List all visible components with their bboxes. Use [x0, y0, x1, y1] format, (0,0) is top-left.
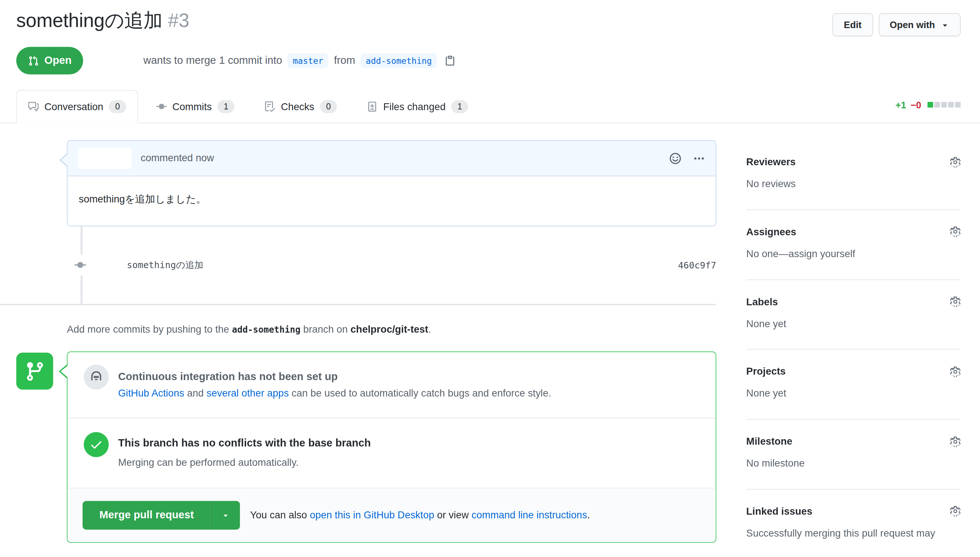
also-post: . — [587, 510, 590, 520]
hubot-icon — [89, 370, 103, 384]
linked-issues-body: Successfully merging this pull request m… — [746, 527, 960, 540]
check-icon — [89, 438, 103, 451]
merge-status-box: Continuous integration has not been set … — [67, 351, 716, 543]
git-branch-badge — [16, 353, 53, 389]
pr-meta-row: Open wants to merge 1 commit into master… — [16, 47, 960, 75]
clipboard-icon — [444, 55, 456, 67]
comment-author-redacted — [78, 148, 131, 169]
github-desktop-link[interactable]: open this in GitHub Desktop — [310, 510, 435, 520]
tab-conversation-label: Conversation — [44, 101, 104, 112]
command-line-link[interactable]: command line instructions — [471, 510, 587, 520]
sidebar-section-reviewers: Reviewers No reviews — [746, 140, 960, 210]
comment-discussion-icon — [28, 101, 39, 112]
status-badge-open: Open — [16, 47, 83, 75]
smiley-reaction-icon[interactable] — [670, 152, 681, 164]
merge-meta-text: wants to merge 1 commit into master from… — [143, 53, 455, 68]
sidebar-section-linked-issues: Linked issues Successfully merging this … — [746, 490, 960, 557]
tab-conversation-count: 0 — [109, 100, 126, 113]
tab-commits[interactable]: Commits 1 — [145, 90, 247, 123]
linked-issues-heading: Linked issues — [746, 506, 812, 517]
edit-button-label: Edit — [844, 20, 862, 30]
file-diff-icon — [367, 101, 378, 112]
merge-alternatives-text: You can also open this in GitHub Desktop… — [250, 510, 590, 521]
edit-button[interactable]: Edit — [833, 13, 873, 36]
discussion-timeline: commented now somethingを追加しました。 somethin… — [0, 140, 717, 557]
commit-message[interactable]: somethingの追加 — [127, 259, 203, 271]
chevron-down-icon — [941, 20, 949, 29]
sidebar-section-assignees: Assignees No one—assign yourself — [746, 210, 960, 280]
commit-timeline: somethingの追加 460c9f7 — [0, 226, 717, 304]
tab-conversation[interactable]: Conversation 0 — [16, 90, 138, 123]
gear-icon[interactable] — [950, 296, 960, 307]
pr-page: somethingの追加 #3 Edit Open with Open want… — [0, 0, 980, 557]
open-with-button[interactable]: Open with — [878, 13, 960, 36]
base-branch-label[interactable]: master — [288, 53, 328, 68]
hubot-avatar — [84, 365, 109, 389]
ci-status-title: Continuous integration has not been set … — [118, 371, 551, 383]
check-badge — [84, 432, 109, 458]
diffstat-additions: +1 — [895, 99, 906, 110]
head-branch-label[interactable]: add-something — [361, 53, 437, 68]
ci-and-word: and — [187, 388, 204, 398]
tab-files-changed[interactable]: Files changed 1 — [355, 90, 480, 123]
ci-status-section: Continuous integration has not been set … — [67, 352, 716, 418]
pr-sidebar: Reviewers No reviews Assignees No one—as… — [746, 140, 960, 557]
pr-tabs-bar: Conversation 0 Commits 1 Checks 0 Files … — [0, 90, 980, 123]
merge-status-area: Continuous integration has not been set … — [0, 351, 717, 543]
mergeability-title: This branch has no conflicts with the ba… — [118, 437, 371, 450]
tab-files-changed-count: 1 — [451, 100, 468, 113]
github-actions-link[interactable]: GitHub Actions — [118, 388, 184, 398]
labels-body: None yet — [746, 318, 960, 331]
tab-files-changed-label: Files changed — [383, 101, 445, 112]
gear-icon[interactable] — [950, 506, 960, 517]
sidebar-section-projects: Projects None yet — [746, 350, 960, 420]
mergeability-subtitle: Merging can be performed automatically. — [118, 457, 371, 468]
milestone-heading: Milestone — [746, 436, 793, 447]
projects-body: None yet — [746, 388, 960, 401]
page-title: somethingの追加 #3 — [16, 9, 190, 33]
diffstat-block-green — [928, 102, 933, 107]
tab-checks-count: 0 — [320, 100, 337, 113]
other-apps-link[interactable]: several other apps — [206, 388, 289, 398]
pr-number: #3 — [168, 10, 189, 31]
pr-title-text: somethingの追加 — [16, 10, 163, 31]
gear-icon[interactable] — [950, 156, 960, 167]
push-hint-text: Add more commits by pushing to the add-s… — [67, 324, 716, 335]
labels-heading: Labels — [746, 296, 778, 308]
gear-icon[interactable] — [950, 436, 960, 447]
merge-meta-prefix: wants to merge 1 commit into — [143, 54, 282, 67]
commit-sha[interactable]: 460c9f7 — [678, 260, 717, 270]
mergeability-section: This branch has no conflicts with the ba… — [67, 418, 716, 484]
diffstat-block-gray — [948, 102, 954, 107]
merge-meta-from: from — [334, 54, 355, 67]
ci-status-subtitle: GitHub Actions and several other apps ca… — [118, 388, 551, 399]
merge-pull-request-button[interactable]: Merge pull request — [82, 501, 211, 529]
tab-checks[interactable]: Checks 0 — [253, 90, 349, 123]
diffstat-block-gray — [941, 102, 947, 107]
git-branch-icon — [24, 360, 45, 381]
comment-meta-text: commented now — [141, 153, 214, 164]
diffstat-deletions: −0 — [911, 99, 921, 110]
status-badge-label: Open — [44, 54, 72, 67]
sidebar-section-labels: Labels None yet — [746, 280, 960, 350]
projects-heading: Projects — [746, 366, 786, 378]
ci-rest-text: can be used to automatically catch bugs … — [292, 388, 551, 398]
gear-icon[interactable] — [950, 226, 960, 237]
copy-branch-button[interactable] — [444, 55, 456, 67]
merge-options-dropdown[interactable] — [211, 501, 240, 529]
comment-body: somethingを追加しました。 — [67, 176, 716, 225]
reviewers-body: No reviews — [746, 178, 960, 191]
diffstat: +1 −0 — [895, 99, 960, 110]
chevron-down-icon — [221, 511, 230, 520]
diffstat-block-gray — [955, 102, 960, 107]
assignees-heading: Assignees — [746, 226, 796, 238]
assignees-body: No one—assign yourself — [746, 248, 960, 261]
comment-header: commented now — [67, 141, 716, 176]
push-hint-branch: add-something — [232, 325, 301, 334]
merge-pull-request-button-group: Merge pull request — [82, 501, 240, 529]
gear-icon[interactable] — [950, 366, 960, 377]
commit-row[interactable]: somethingの追加 460c9f7 — [0, 259, 717, 271]
kebab-menu-icon[interactable] — [693, 152, 705, 164]
checklist-icon — [265, 101, 275, 112]
also-pre: You can also — [250, 510, 307, 520]
